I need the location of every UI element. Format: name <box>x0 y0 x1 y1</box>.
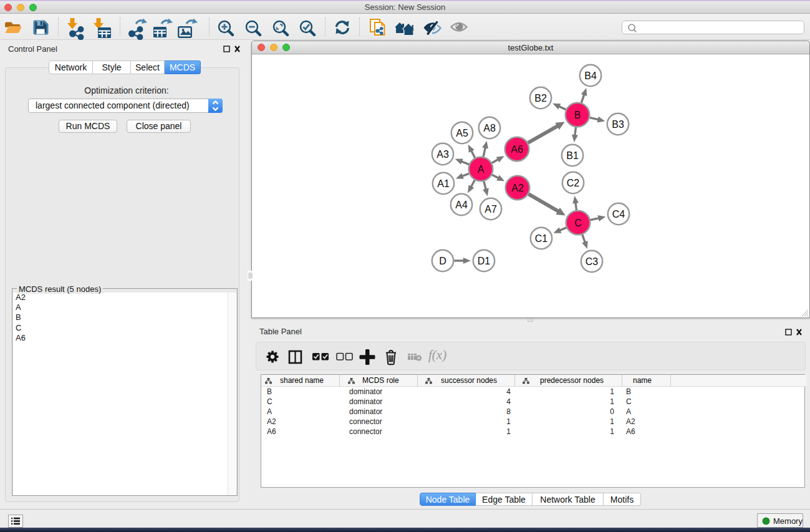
svg-text:A: A <box>478 164 485 175</box>
svg-text:C4: C4 <box>612 209 625 220</box>
svg-text:C2: C2 <box>567 178 580 188</box>
svg-text:A8: A8 <box>483 123 496 133</box>
svg-text:C1: C1 <box>535 233 548 244</box>
svg-text:B: B <box>574 110 581 120</box>
svg-text:A7: A7 <box>485 204 497 215</box>
svg-text:C3: C3 <box>586 256 599 267</box>
svg-text:D: D <box>439 256 446 266</box>
svg-text:A2: A2 <box>511 183 524 193</box>
svg-text:A4: A4 <box>455 200 468 210</box>
svg-text:A3: A3 <box>436 149 449 160</box>
svg-text:B3: B3 <box>612 119 624 130</box>
svg-text:A5: A5 <box>456 128 468 138</box>
svg-text:A1: A1 <box>437 178 450 189</box>
svg-text:A6: A6 <box>511 144 523 155</box>
svg-text:B2: B2 <box>534 93 547 104</box>
svg-text:D1: D1 <box>478 256 491 266</box>
svg-text:B4: B4 <box>584 70 597 81</box>
svg-text:C: C <box>574 218 582 228</box>
svg-text:B1: B1 <box>566 150 579 161</box>
